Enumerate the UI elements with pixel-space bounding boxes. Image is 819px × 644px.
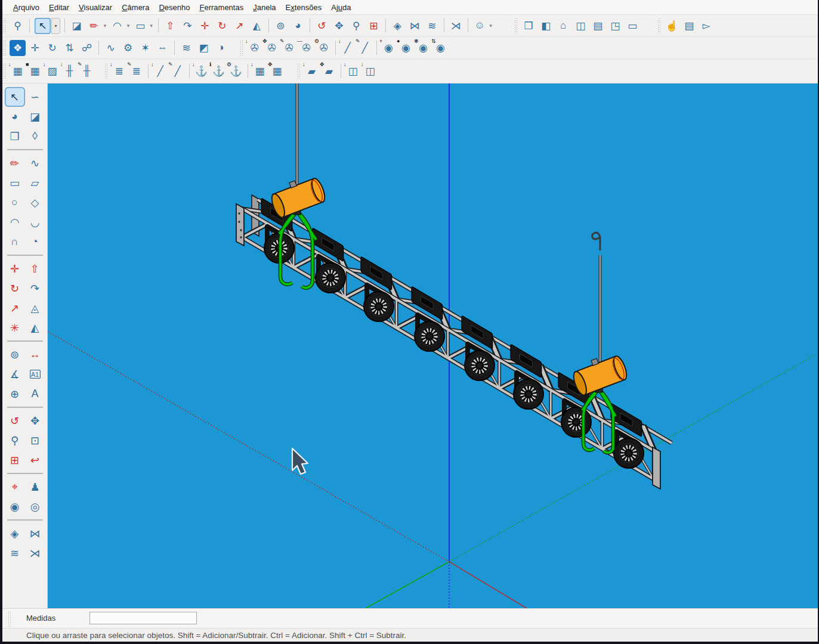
pie-tool-button[interactable]: ◔ bbox=[25, 232, 45, 252]
extension-layers-tool-button[interactable]: ≋ bbox=[5, 543, 25, 563]
line-tool-dropdown[interactable]: ▼ bbox=[103, 23, 107, 29]
stage-ramp-tool-button[interactable]: ▨↓ bbox=[44, 63, 60, 79]
previous-view-tool-button[interactable]: ↩ bbox=[25, 450, 45, 470]
extension-download-tool-button[interactable]: ◈ bbox=[5, 524, 25, 543]
two-point-arc-tool-button[interactable]: ◡ bbox=[25, 212, 45, 232]
zoom-window-tool-button[interactable]: ⊡ bbox=[25, 431, 45, 450]
view-top-button[interactable]: ▤ bbox=[590, 18, 606, 34]
follow-me-tool-button[interactable]: ↷ bbox=[25, 278, 45, 298]
pan-tool-button[interactable]: ✥ bbox=[25, 411, 45, 431]
position-camera-tool-button[interactable]: ⌖ bbox=[5, 477, 25, 497]
rectangle-tool-button[interactable]: ▭ bbox=[5, 173, 25, 193]
plugin-move-tool-button[interactable]: ✛ bbox=[27, 40, 43, 56]
hand-select-tool-button[interactable]: ☝ bbox=[664, 18, 680, 34]
flip-tool-button[interactable]: ◭ bbox=[25, 318, 45, 338]
account-menu-dropdown[interactable]: ▼ bbox=[489, 23, 493, 29]
layers-export-button[interactable]: ≋ bbox=[424, 18, 440, 34]
stage-deck-alt-tool-button[interactable]: ▦■ bbox=[27, 63, 43, 79]
toolbar-grip[interactable] bbox=[3, 18, 7, 33]
connector-swap-tool-button[interactable]: ◉⇅ bbox=[432, 40, 449, 56]
screen-move-tool-button[interactable]: ▰✥ bbox=[321, 63, 337, 79]
eraser-tool-button[interactable]: ◪ bbox=[69, 18, 85, 34]
tape-measure-tool-button[interactable]: ⊚ bbox=[5, 345, 25, 364]
truss-edit-tool-button[interactable]: ≣✎ bbox=[128, 63, 144, 79]
hidden-geometry-tool-button[interactable]: ◎ bbox=[25, 497, 45, 516]
pipe-line-edit-tool-button[interactable]: ╱✎ bbox=[169, 63, 186, 79]
boxtruss-insert-tool-button[interactable]: ▦↓ bbox=[252, 63, 268, 79]
move-tool-button[interactable]: ✛ bbox=[197, 18, 213, 34]
lasso-tool-button[interactable]: ∽ bbox=[25, 87, 45, 107]
tape-measure-tool-button[interactable]: ⊚ bbox=[273, 18, 289, 34]
tag-tool-button[interactable]: ◊ bbox=[25, 126, 45, 146]
plugin-rotate-tool-button[interactable]: ↻ bbox=[44, 40, 60, 56]
boxtruss-move-tool-button[interactable]: ▦✥ bbox=[269, 63, 285, 79]
menu-extensoes[interactable]: Extensões bbox=[281, 2, 327, 13]
connector-select-tool-button[interactable]: ◉● bbox=[398, 40, 414, 56]
menu-arquivo[interactable]: Arquivo bbox=[8, 2, 44, 13]
plugin-curve-tool-button[interactable]: ∿ bbox=[103, 40, 119, 56]
polygon-tool-button[interactable]: ◇ bbox=[25, 193, 45, 212]
offset-tool-button[interactable]: ◬ bbox=[25, 298, 45, 318]
pan-tool-button[interactable]: ✥ bbox=[331, 18, 347, 34]
entity-info-panel-button[interactable]: ▤ bbox=[681, 18, 697, 34]
eraser-tool-button[interactable]: ◪ bbox=[25, 107, 45, 126]
arc-tool-button[interactable]: ◠ bbox=[109, 18, 125, 34]
axes-tool-button[interactable]: ✳ bbox=[5, 318, 25, 338]
select-tool-button[interactable]: ↖ bbox=[35, 18, 51, 34]
orbit-tool-button[interactable]: ↺ bbox=[314, 18, 330, 34]
toolbar-grip[interactable] bbox=[3, 63, 7, 79]
move-tool-button[interactable]: ✛ bbox=[5, 259, 25, 278]
zoom-extents-tool-button[interactable]: ⊞ bbox=[366, 18, 382, 34]
3d-text-tool-button[interactable]: A bbox=[25, 384, 45, 404]
dimension-tool-button[interactable]: ↔ bbox=[25, 345, 45, 364]
rotate-tool-button[interactable]: ↻ bbox=[214, 18, 230, 34]
text-tool-button[interactable]: A1 bbox=[25, 364, 45, 384]
fixture-settings-tool-button[interactable]: ✇⚙ bbox=[316, 40, 332, 56]
fixture-insert-tool-button[interactable]: ✇↓ bbox=[246, 40, 262, 56]
menu-camera[interactable]: Câmera bbox=[117, 2, 154, 13]
zoom-view-tool-button[interactable]: ⚲ bbox=[348, 18, 364, 34]
toolbar-grip[interactable] bbox=[240, 40, 244, 55]
menu-editar[interactable]: Editar bbox=[44, 2, 74, 13]
plugin-spacing-tool-button[interactable]: ⇔ bbox=[154, 40, 171, 56]
hoist-insert-tool-button[interactable]: ⚓↓ bbox=[193, 63, 209, 79]
view-back-button[interactable]: ◧ bbox=[538, 18, 554, 34]
measurements-input[interactable] bbox=[89, 612, 197, 624]
extension-flip-tool-button[interactable]: ⋈ bbox=[25, 524, 45, 543]
three-point-arc-tool-button[interactable]: ∩ bbox=[5, 232, 25, 252]
toolbar-grip[interactable] bbox=[657, 18, 662, 33]
look-around-tool-button[interactable]: ◉ bbox=[5, 497, 25, 516]
fixture-edit-tool-button[interactable]: ✇✎ bbox=[281, 40, 297, 56]
zoom-extents-tool-button[interactable]: ⊞ bbox=[5, 450, 25, 470]
view-left-button[interactable]: ◳ bbox=[607, 18, 623, 34]
speaker-insert-tool-button[interactable]: ◫↓ bbox=[345, 63, 361, 79]
viewport-3d[interactable] bbox=[48, 83, 818, 608]
plugin-half-square-tool-button[interactable]: ◩ bbox=[196, 40, 212, 56]
push-pull-tool-button[interactable]: ⇧ bbox=[162, 18, 178, 34]
toolbar-grip[interactable] bbox=[297, 63, 301, 79]
account-menu-button[interactable]: ☺ bbox=[472, 18, 488, 34]
axes-compass-tool-button[interactable]: ⊕ bbox=[5, 384, 25, 404]
components-tool-button[interactable]: ❒ bbox=[5, 126, 25, 146]
fixture-move-tool-button[interactable]: ✇✥ bbox=[264, 40, 280, 56]
paint-bucket-tool-button[interactable]: ◕ bbox=[290, 18, 306, 34]
menu-janela[interactable]: Janela bbox=[248, 2, 280, 13]
measurements-grip[interactable] bbox=[8, 611, 12, 627]
plugin-burst-tool-button[interactable]: ✶ bbox=[137, 40, 153, 56]
component-exchange-button[interactable]: ⋈ bbox=[407, 18, 423, 34]
toolbar-grip[interactable] bbox=[104, 63, 109, 79]
menu-visualizar[interactable]: Visualizar bbox=[74, 2, 117, 13]
view-bottom-button[interactable]: ▭ bbox=[625, 18, 641, 34]
scale-tool-button[interactable]: ↗ bbox=[231, 18, 248, 34]
connector-freeze-tool-button[interactable]: ◉❋ bbox=[415, 40, 431, 56]
pipe-insert-tool-button[interactable]: ╱↓ bbox=[339, 40, 356, 56]
extension-warehouse-button[interactable]: ◈ bbox=[390, 18, 406, 34]
toolbar-grip[interactable] bbox=[3, 40, 7, 55]
connector-add-tool-button[interactable]: ◉+ bbox=[381, 40, 397, 56]
railing-edit-tool-button[interactable]: ╫✎ bbox=[79, 63, 95, 79]
plugin-layers-tool-button[interactable]: ≋ bbox=[178, 40, 194, 56]
view-iso-button[interactable]: ❒ bbox=[521, 18, 537, 34]
export-report-button[interactable]: ▻ bbox=[699, 18, 715, 34]
plugin-nodes-tool-button[interactable]: ❖ bbox=[10, 40, 26, 56]
view-front-button[interactable]: ⌂ bbox=[555, 18, 571, 34]
